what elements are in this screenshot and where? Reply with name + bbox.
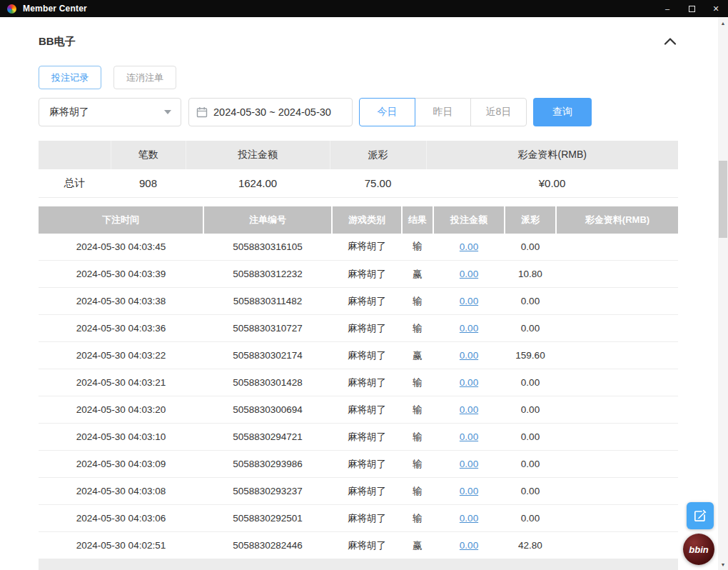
cell-order-no: 5058830312232 (203, 261, 332, 288)
summary-total-row: 总计 908 1624.00 75.00 ¥0.00 (39, 169, 678, 197)
bet-amount-link[interactable]: 0.00 (460, 431, 478, 442)
cell-game-type: 麻将胡了 (332, 478, 402, 505)
cell-bet-time: 2024-05-30 04:02:51 (39, 532, 203, 559)
table-row: 2024-05-30 04:03:085058830293237麻将胡了输0.0… (39, 478, 678, 505)
chevron-down-icon (164, 110, 171, 114)
cell-bet-amount: 0.00 (433, 342, 505, 369)
cell-payout: 10.80 (505, 261, 556, 288)
search-button[interactable]: 查询 (533, 98, 592, 126)
cell-bet-time: 2024-05-30 04:03:21 (39, 369, 203, 396)
cell-bet-time: 2024-05-30 04:03:09 (39, 451, 203, 478)
cell-bet-time: 2024-05-30 04:03:10 (39, 424, 203, 451)
bet-amount-link[interactable]: 0.00 (460, 513, 478, 524)
cell-bonus (556, 234, 678, 261)
cell-bonus (556, 478, 678, 505)
cell-result: 输 (402, 288, 433, 315)
cell-payout: 0.00 (505, 288, 556, 315)
cell-bonus (556, 369, 678, 396)
bet-amount-link[interactable]: 0.00 (460, 459, 478, 469)
summary-bonus-value: ¥0.00 (426, 169, 678, 197)
column-header-payout: 派彩 (505, 206, 556, 234)
cell-payout: 0.00 (505, 369, 556, 396)
game-select[interactable]: 麻将胡了 (39, 98, 181, 126)
quick-range-button-2[interactable]: 近8日 (470, 98, 527, 126)
bet-records-table: 下注时间注单编号游戏类别结果投注金额派彩彩金资料(RMB) 2024-05-30… (39, 206, 678, 560)
cell-order-no: 5058830301428 (203, 369, 332, 396)
table-row: 2024-05-30 04:03:225058830302174麻将胡了赢0.0… (39, 342, 678, 369)
compose-icon (693, 509, 707, 523)
quick-range-button-1[interactable]: 昨日 (415, 98, 471, 126)
summary-header-payout: 派彩 (330, 141, 426, 169)
window-title: Member Center (23, 4, 87, 14)
quick-range-button-0[interactable]: 今日 (359, 98, 415, 126)
cell-bet-amount: 0.00 (433, 505, 505, 532)
cell-bonus (556, 396, 678, 424)
table-row: 2024-05-30 04:03:065058830292501麻将胡了输0.0… (39, 505, 678, 532)
cell-order-no: 5058830294721 (203, 424, 332, 451)
cell-game-type: 麻将胡了 (332, 288, 402, 315)
cell-game-type: 麻将胡了 (332, 505, 402, 532)
table-row: 2024-05-30 04:03:385058830311482麻将胡了输0.0… (39, 288, 678, 315)
table-row: 2024-05-30 04:02:515058830282446麻将胡了赢0.0… (39, 532, 678, 559)
bet-amount-link[interactable]: 0.00 (460, 350, 478, 361)
cell-bet-amount: 0.00 (433, 234, 505, 261)
scroll-up-arrow[interactable]: ▲ (718, 17, 728, 29)
cell-order-no: 5058830293986 (203, 451, 332, 478)
table-row: 2024-05-30 04:03:215058830301428麻将胡了输0.0… (39, 369, 678, 396)
bet-amount-link[interactable]: 0.00 (460, 323, 478, 334)
cell-order-no: 5058830310727 (203, 315, 332, 342)
bet-amount-link[interactable]: 0.00 (460, 241, 478, 252)
column-header-result: 结果 (402, 206, 433, 234)
bet-amount-link[interactable]: 0.00 (460, 486, 478, 496)
minimize-button[interactable]: – (655, 0, 679, 17)
bet-amount-link[interactable]: 0.00 (460, 296, 478, 306)
cell-result: 输 (402, 451, 433, 478)
bet-amount-link[interactable]: 0.00 (460, 269, 478, 279)
column-header-bet-time: 下注时间 (39, 206, 203, 234)
cell-bet-amount: 0.00 (433, 451, 505, 478)
cell-bonus (556, 342, 678, 369)
cell-game-type: 麻将胡了 (332, 396, 402, 424)
cell-payout: 0.00 (505, 505, 556, 532)
table-row: 2024-05-30 04:03:095058830293986麻将胡了输0.0… (39, 451, 678, 478)
bet-amount-link[interactable]: 0.00 (460, 377, 478, 388)
game-select-value: 麻将胡了 (49, 106, 89, 119)
scrollbar-thumb[interactable] (719, 161, 727, 238)
table-row: 2024-05-30 04:03:395058830312232麻将胡了赢0.0… (39, 261, 678, 288)
filter-row: 麻将胡了 2024-05-30 ~ 2024-05-30 今日昨日近8日 查询 (39, 98, 678, 126)
date-range-picker[interactable]: 2024-05-30 ~ 2024-05-30 (188, 98, 353, 126)
cell-order-no: 5058830300694 (203, 396, 332, 424)
cell-result: 输 (402, 234, 433, 261)
summary-header-bonus: 彩金资料(RMB) (426, 141, 678, 169)
bet-amount-link[interactable]: 0.00 (460, 404, 478, 415)
main-content: BB电子 投注记录连消注单 麻将胡了 2024-05-30 ~ 2 (0, 17, 718, 570)
bet-amount-link[interactable]: 0.00 (460, 540, 478, 551)
cell-game-type: 麻将胡了 (332, 369, 402, 396)
cell-result: 输 (402, 478, 433, 505)
cell-bet-amount: 0.00 (433, 315, 505, 342)
section-header: BB电子 (39, 34, 678, 49)
bbin-logo-button[interactable]: bbin (683, 534, 714, 565)
cell-bet-time: 2024-05-30 04:03:08 (39, 478, 203, 505)
cell-game-type: 麻将胡了 (332, 234, 402, 261)
app-logo-icon (7, 4, 16, 14)
cell-game-type: 麻将胡了 (332, 532, 402, 559)
tab-0[interactable]: 投注记录 (39, 66, 101, 89)
scroll-down-arrow[interactable]: ▼ (718, 559, 728, 570)
feedback-edit-button[interactable] (687, 502, 714, 529)
cell-result: 输 (402, 424, 433, 451)
cell-payout: 0.00 (505, 451, 556, 478)
cell-bet-time: 2024-05-30 04:03:22 (39, 342, 203, 369)
tab-row: 投注记录连消注单 (39, 66, 678, 89)
cell-result: 赢 (402, 532, 433, 559)
table-row: 2024-05-30 04:03:455058830316105麻将胡了输0.0… (39, 234, 678, 261)
close-button[interactable]: ✕ (704, 0, 728, 17)
cell-result: 输 (402, 369, 433, 396)
cell-bet-time: 2024-05-30 04:03:39 (39, 261, 203, 288)
tab-1[interactable]: 连消注单 (113, 66, 176, 89)
maximize-button[interactable] (679, 0, 704, 17)
cell-bet-amount: 0.00 (433, 532, 505, 559)
collapse-section-button[interactable] (662, 36, 678, 46)
cell-payout: 0.00 (505, 424, 556, 451)
summary-header-count: 笔数 (111, 141, 186, 169)
